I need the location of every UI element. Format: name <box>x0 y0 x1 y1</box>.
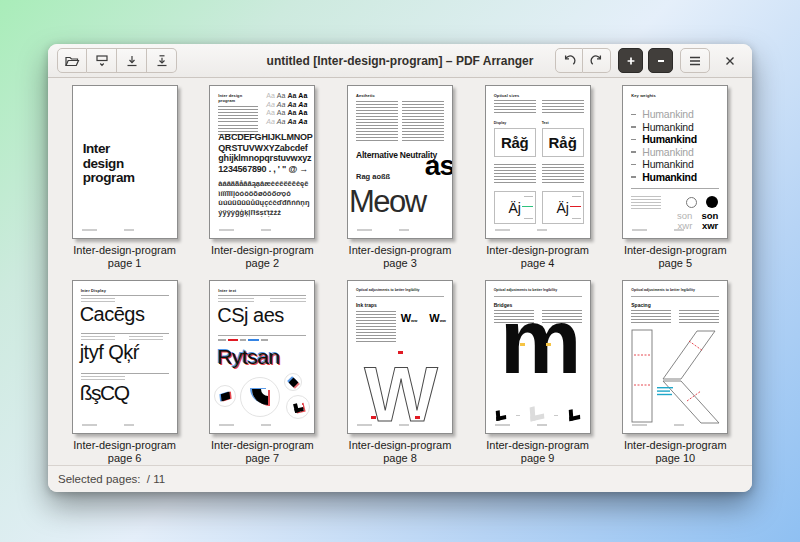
page-thumbnail-3[interactable]: Aesthetic Alternative Neutrality Rag aoß… <box>333 85 467 270</box>
undo-icon <box>561 53 577 69</box>
glyph-row-2: jtyf Qķŕ <box>80 341 139 364</box>
page-caption-1: Inter-design-programpage 1 <box>73 244 176 270</box>
column-label: Text <box>542 121 549 125</box>
page-thumbnail-1[interactable]: Interdesignprogram Inter-design-programp… <box>58 85 192 270</box>
page-caption-5: Inter-design-programpage 5 <box>624 244 727 270</box>
section-title: Inter Display <box>81 288 106 293</box>
placeholder-text <box>494 164 536 184</box>
import-pages-icon <box>94 53 110 69</box>
placeholder-label <box>218 298 254 302</box>
section-title: Inter text <box>218 288 236 293</box>
page-thumbnail-10[interactable]: Optical adjustments to better legibility… <box>608 280 742 465</box>
selected-pages-status: Selected pages: / 11 <box>58 473 165 485</box>
zoom-detail-circle <box>214 385 236 407</box>
placeholder-label <box>81 376 125 380</box>
spacing-k-diagram <box>629 327 723 427</box>
bridge-mark <box>546 343 551 346</box>
placeholder-text <box>402 101 444 141</box>
zoom-in-button[interactable] <box>618 48 643 73</box>
placeholder-text <box>631 196 661 210</box>
headerbar-right-controls <box>555 48 743 73</box>
page-footer <box>357 229 409 231</box>
glyph-row-3: ßşCQ <box>80 381 129 405</box>
placeholder-text <box>631 310 671 323</box>
placeholder-text <box>356 101 398 141</box>
open-button[interactable] <box>57 48 87 73</box>
placeholder-label <box>81 336 115 340</box>
close-button[interactable] <box>717 48 743 73</box>
zoom-out-icon <box>654 54 668 68</box>
aj-box-text: Äj <box>542 191 584 224</box>
bridge-mark <box>520 343 525 346</box>
placeholder-label <box>129 336 163 340</box>
page-preview-4: Optical sizes Display Text Råğ Råğ Äj <box>485 85 591 239</box>
page-preview-3: Aesthetic Alternative Neutrality Rag aoß… <box>347 85 453 239</box>
section-title: Key weights <box>631 93 655 98</box>
placeholder-text <box>679 310 719 323</box>
page-caption-2: Inter-design-programpage 2 <box>211 244 314 270</box>
placeholder-text <box>542 164 584 184</box>
glyph-row-1: Cacēgs <box>80 303 145 326</box>
section-title: Aesthetic <box>356 93 375 98</box>
page-caption-8: Inter-design-programpage 8 <box>349 439 452 465</box>
placeholder-text <box>356 311 396 343</box>
w-samples: Www Www <box>401 308 446 326</box>
import-button[interactable] <box>87 48 117 73</box>
rag-box-text: Råğ <box>542 128 584 157</box>
subsection-title: Spacing <box>631 302 650 308</box>
page-thumbnail-8[interactable]: Optical adjustments to better legibility… <box>333 280 467 465</box>
page-preview-5: Key weights Humankind Humankind Humankin… <box>622 85 728 239</box>
placeholder-label <box>81 298 115 302</box>
as-sample: as <box>425 152 453 180</box>
pdf-arranger-window: untitled [Inter-design-program] – PDF Ar… <box>48 44 752 492</box>
o-specimen: sonxwr sonxwr <box>677 196 718 231</box>
giant-outline-w: W <box>351 345 451 429</box>
cover-title: Interdesignprogram <box>83 142 135 186</box>
page-thumbnail-6[interactable]: Inter Display Cacēgs jtyf Qķŕ ßşCQ Inter… <box>58 280 192 465</box>
page-caption-7: Inter-design-programpage 7 <box>211 439 314 465</box>
redo-button[interactable] <box>583 48 611 73</box>
page-preview-10: Optical adjustments to better legibility… <box>622 280 728 434</box>
accents-specimen: àáâäãåāăąạảæèéêëēĕėęěìíîïĩīĭįòóôöõøōŏőơọ… <box>218 179 309 217</box>
page-thumbnail-4[interactable]: Optical sizes Display Text Råğ Råğ Äj <box>471 85 605 270</box>
headerbar[interactable]: untitled [Inter-design-program] – PDF Ar… <box>48 44 752 78</box>
page-thumbnail-7[interactable]: Inter text CSj aes Rytsan <box>195 280 329 465</box>
zoom-detail-circle <box>240 377 280 417</box>
page-thumbnail-5[interactable]: Key weights Humankind Humankind Humankin… <box>608 85 742 270</box>
intro-block: Inter design program <box>218 93 258 136</box>
alphabet-specimen: ABCDEFGHIJKLMNOPQRSTUVWXYZabcdef ghijklm… <box>218 132 312 174</box>
zoom-detail-circle <box>286 395 310 419</box>
giant-m: m <box>486 295 591 387</box>
weights-list: Humankind Humankind Humankind Humankind … <box>631 108 719 183</box>
save-as-button[interactable] <box>147 48 177 73</box>
page-footer <box>357 424 409 426</box>
thumbnail-row-2: Inter Display Cacēgs jtyf Qķŕ ßşCQ Inter… <box>54 280 746 465</box>
page-footer <box>495 229 547 231</box>
rag-sample: Rag aoßß <box>356 172 390 181</box>
section-title: Optical adjustments to better legibility <box>631 288 711 292</box>
save-icon <box>124 53 140 69</box>
page-footer <box>632 424 684 426</box>
open-folder-icon <box>64 53 80 69</box>
page-footer <box>632 229 684 231</box>
page-caption-4: Inter-design-programpage 4 <box>486 244 589 270</box>
page-footer <box>82 229 134 231</box>
page-thumbnail-9[interactable]: Optical adjustments to better legibility… <box>471 280 605 465</box>
aj-box-display: Äj <box>494 191 536 224</box>
page-caption-3: Inter-design-programpage 3 <box>349 244 452 270</box>
undo-redo-group <box>555 48 611 73</box>
statusbar: Selected pages: / 11 <box>48 465 752 492</box>
zoom-detail-circle <box>284 373 302 391</box>
page-preview-2: Inter design program AaAaAaAa AaAaAaAa A… <box>209 85 315 239</box>
save-button[interactable] <box>117 48 147 73</box>
zoom-out-button[interactable] <box>648 48 673 73</box>
undo-button[interactable] <box>555 48 583 73</box>
section-title: Optical adjustments to better legibility <box>356 288 436 292</box>
hamburger-menu-icon <box>687 53 703 69</box>
annotation-line <box>218 339 268 341</box>
column-label: Display <box>494 121 506 125</box>
save-as-icon <box>154 53 170 69</box>
menu-button[interactable] <box>680 48 710 73</box>
page-thumbnail-2[interactable]: Inter design program AaAaAaAa AaAaAaAa A… <box>195 85 329 270</box>
page-footer <box>495 424 547 426</box>
